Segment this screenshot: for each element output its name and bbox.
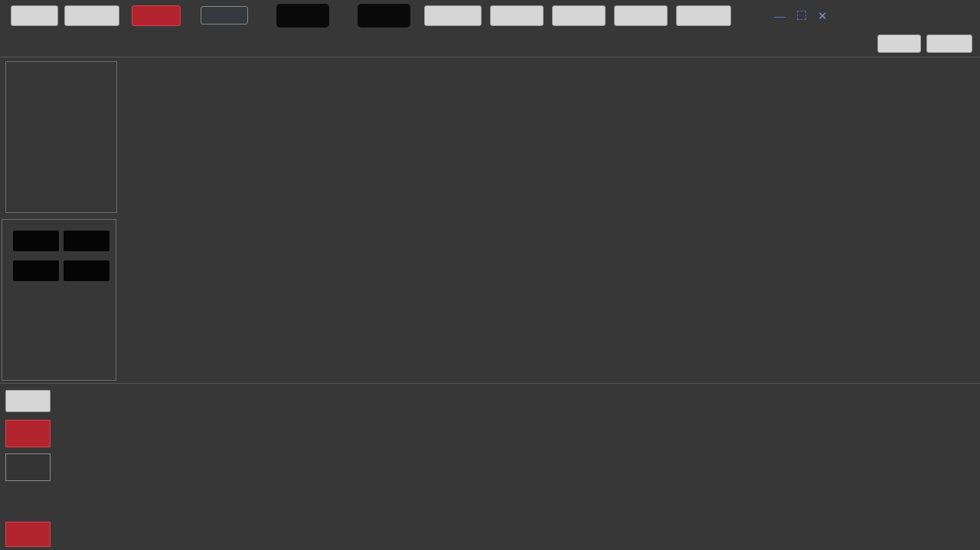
geq-mode-button[interactable] bbox=[5, 453, 51, 481]
route-tab-button[interactable] bbox=[201, 6, 248, 25]
all-pass-button[interactable] bbox=[926, 34, 972, 53]
maximize-icon[interactable] bbox=[797, 11, 806, 20]
delay-link-button[interactable] bbox=[676, 5, 731, 26]
eq-graph-canvas[interactable] bbox=[119, 217, 980, 383]
mix-level-button[interactable] bbox=[358, 4, 410, 28]
all-mute-button[interactable] bbox=[877, 34, 921, 53]
peq-mode-button[interactable] bbox=[5, 420, 51, 447]
eq-table-row-labels bbox=[54, 384, 83, 550]
channel-strip-section bbox=[0, 57, 980, 217]
reset-eq-button[interactable] bbox=[5, 390, 51, 412]
link-button[interactable] bbox=[5, 522, 51, 547]
master-volume-panel bbox=[5, 61, 117, 213]
save-button[interactable] bbox=[552, 5, 606, 26]
filter-and-graph-section bbox=[0, 217, 980, 383]
eq-band-section bbox=[0, 383, 980, 550]
file-button[interactable] bbox=[11, 5, 58, 26]
lpf-type-button[interactable] bbox=[64, 231, 109, 251]
master-volume-slider[interactable] bbox=[6, 120, 118, 208]
window-controls: — ✕ bbox=[774, 10, 828, 21]
close-icon[interactable]: ✕ bbox=[818, 10, 828, 21]
dsp-app-window: — ✕ bbox=[0, 0, 980, 550]
hpf-slope-button[interactable] bbox=[13, 260, 59, 281]
lpf-slope-button[interactable] bbox=[64, 260, 109, 281]
reset-button[interactable] bbox=[614, 5, 668, 26]
crossover-panel bbox=[2, 219, 116, 381]
channel-strips bbox=[119, 57, 980, 218]
main-level-button[interactable] bbox=[276, 4, 329, 28]
hpf-type-button[interactable] bbox=[13, 231, 59, 251]
options-button[interactable] bbox=[64, 5, 119, 26]
top-toolbar: — ✕ bbox=[0, 0, 980, 31]
lpf-column bbox=[62, 220, 113, 281]
minimize-icon[interactable]: — bbox=[774, 10, 786, 21]
source-volume-row bbox=[0, 31, 980, 57]
eq-response-graph bbox=[119, 217, 980, 383]
eq-tab-button[interactable] bbox=[132, 5, 181, 26]
call-button[interactable] bbox=[490, 5, 544, 26]
hpf-column bbox=[11, 220, 62, 281]
eq-band-columns bbox=[83, 384, 978, 550]
input-cfg-button[interactable] bbox=[424, 5, 482, 26]
